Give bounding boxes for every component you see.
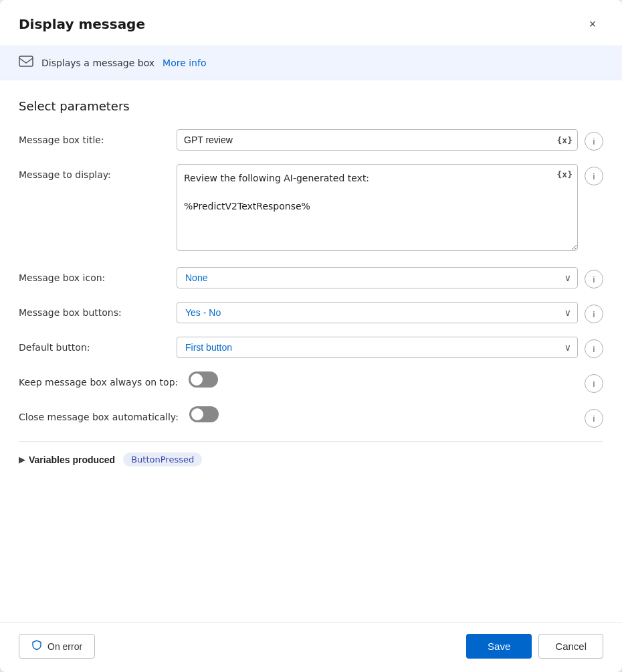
message-box-title-info-btn[interactable]: i (585, 132, 603, 151)
message-box-title-var-btn[interactable]: {x} (557, 135, 573, 145)
default-button-label: Default button: (19, 337, 166, 353)
keep-on-top-label: Keep message box always on top: (19, 371, 178, 388)
message-box-buttons-control: OK OK - Cancel Yes - No Yes - No - Cance… (177, 302, 603, 323)
message-box-icon-label: Message box icon: (19, 267, 166, 283)
message-box-title-input[interactable] (177, 129, 578, 151)
info-icon-3: i (593, 274, 595, 284)
message-box-icon (19, 54, 33, 72)
close-automatically-slider (189, 406, 219, 422)
on-error-shield-icon (31, 640, 42, 653)
keep-on-top-control: i (189, 371, 603, 393)
close-button[interactable]: × (582, 13, 603, 35)
message-box-icon-select-wrap: None Information Warning Error Question … (177, 267, 578, 288)
message-to-display-row: Message to display: <span class="textare… (19, 164, 603, 254)
on-error-label: On error (47, 641, 82, 652)
message-box-buttons-select-wrap: OK OK - Cancel Yes - No Yes - No - Cance… (177, 302, 578, 323)
close-automatically-row: Close message box automatically: i (19, 406, 603, 428)
info-banner: Displays a message box More info (0, 46, 622, 80)
message-box-title-control: {x} i (177, 129, 603, 151)
close-automatically-label: Close message box automatically: (19, 406, 179, 422)
variables-toggle-button[interactable]: ▶ Variables produced (19, 454, 115, 465)
keep-on-top-info-btn[interactable]: i (585, 374, 603, 393)
variables-toggle-label: Variables produced (29, 454, 115, 465)
message-box-buttons-row: Message box buttons: OK OK - Cancel Yes … (19, 302, 603, 323)
message-box-title-input-wrap: {x} (177, 129, 578, 151)
display-message-dialog: Display message × Displays a message box… (0, 0, 622, 672)
message-to-display-textarea-wrap: <span class="textarea-content-bold">Revi… (177, 164, 578, 254)
info-icon-4: i (593, 309, 595, 319)
footer-right: Save Cancel (466, 634, 603, 659)
message-box-icon-row: Message box icon: None Information Warni… (19, 267, 603, 288)
message-box-title-label: Message box title: (19, 129, 166, 145)
message-box-icon-info-btn[interactable]: i (585, 270, 603, 288)
svg-rect-0 (19, 56, 33, 66)
default-button-info-btn[interactable]: i (585, 339, 603, 358)
message-to-display-control: <span class="textarea-content-bold">Revi… (177, 164, 603, 254)
message-box-title-row: Message box title: {x} i (19, 129, 603, 151)
info-icon-5: i (593, 344, 595, 354)
default-button-control: First button Second button Third button … (177, 337, 603, 358)
default-button-row: Default button: First button Second butt… (19, 337, 603, 358)
banner-text: Displays a message box (41, 58, 154, 68)
keep-on-top-row: Keep message box always on top: i (19, 371, 603, 393)
dialog-footer: On error Save Cancel (0, 622, 622, 672)
message-box-icon-select[interactable]: None Information Warning Error Question (177, 267, 578, 288)
message-to-display-label: Message to display: (19, 164, 166, 180)
keep-on-top-toggle[interactable] (189, 371, 218, 388)
default-button-select[interactable]: First button Second button Third button (177, 337, 578, 358)
close-icon: × (589, 17, 597, 31)
message-to-display-info-btn[interactable]: i (585, 167, 603, 185)
section-title: Select parameters (19, 99, 603, 113)
cancel-button[interactable]: Cancel (538, 634, 603, 659)
keep-on-top-slider (189, 371, 218, 388)
on-error-button[interactable]: On error (19, 634, 95, 659)
close-automatically-toggle-wrap (189, 406, 219, 422)
keep-on-top-toggle-wrap (189, 371, 218, 388)
info-icon-6: i (593, 379, 595, 389)
info-icon: i (593, 137, 595, 147)
message-box-buttons-select[interactable]: OK OK - Cancel Yes - No Yes - No - Cance… (177, 302, 578, 323)
more-info-link[interactable]: More info (163, 58, 206, 68)
message-box-buttons-label: Message box buttons: (19, 302, 166, 318)
dialog-body: Select parameters Message box title: {x}… (0, 80, 622, 622)
close-automatically-info-btn[interactable]: i (585, 409, 603, 428)
info-icon-7: i (593, 414, 595, 424)
default-button-select-wrap: First button Second button Third button … (177, 337, 578, 358)
close-automatically-toggle[interactable] (189, 406, 219, 422)
dialog-title: Display message (19, 16, 145, 32)
save-button[interactable]: Save (466, 634, 532, 659)
message-box-buttons-info-btn[interactable]: i (585, 305, 603, 323)
dialog-header: Display message × (0, 0, 622, 46)
message-to-display-textarea[interactable]: <span class="textarea-content-bold">Revi… (177, 164, 578, 251)
variables-row: ▶ Variables produced ButtonPressed (19, 441, 603, 473)
close-automatically-control: i (189, 406, 603, 428)
info-icon-2: i (593, 171, 595, 181)
message-to-display-var-btn[interactable]: {x} (557, 169, 573, 179)
variables-toggle-icon: ▶ (19, 455, 25, 465)
message-box-icon-control: None Information Warning Error Question … (177, 267, 603, 288)
variable-badge: ButtonPressed (123, 452, 202, 467)
